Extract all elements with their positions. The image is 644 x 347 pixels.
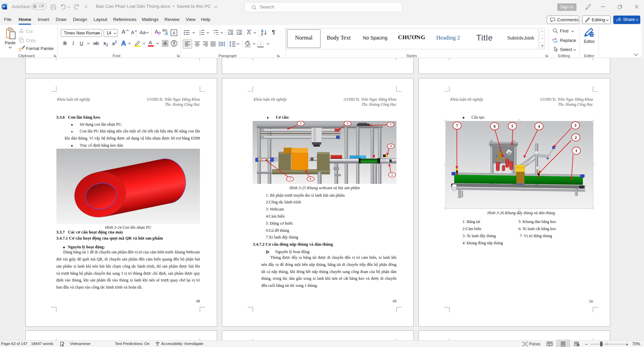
svg-text:1: 1: [300, 122, 301, 125]
svg-text:3: 3: [390, 123, 391, 126]
svg-text:3: 3: [574, 123, 576, 128]
svg-text:2: 2: [347, 122, 348, 125]
svg-text:4: 4: [538, 124, 540, 129]
svg-text:i: i: [215, 34, 215, 36]
svg-text:W: W: [2, 5, 5, 8]
svg-text:1: 1: [575, 148, 577, 153]
svg-text:Z: Z: [261, 32, 263, 36]
svg-text:2: 2: [575, 135, 577, 140]
svg-text:6: 6: [310, 177, 311, 180]
svg-text:6: 6: [494, 124, 496, 129]
svg-text:7: 7: [456, 123, 458, 128]
svg-text:7: 7: [289, 177, 291, 180]
svg-text:3: 3: [200, 34, 201, 36]
svg-text:5: 5: [391, 173, 393, 176]
svg-text:A: A: [173, 31, 175, 35]
svg-text:5: 5: [511, 124, 513, 128]
svg-text:4: 4: [390, 145, 392, 148]
svg-text:c: c: [556, 40, 558, 43]
